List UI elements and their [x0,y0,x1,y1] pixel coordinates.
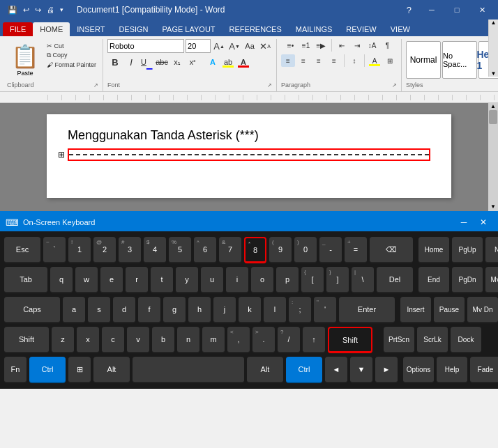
tab-key[interactable]: Tab [4,267,47,293]
key-2[interactable]: @2 [93,237,116,263]
tab-home[interactable]: HOME [33,22,70,36]
home-key[interactable]: Home [418,237,449,263]
pgup-key[interactable]: PgUp [452,237,483,263]
space-key[interactable] [133,357,244,383]
borders-button[interactable]: ⊞ [383,54,397,67]
down-arrow-key[interactable]: ▼ [350,357,372,383]
g-key[interactable]: g [163,297,186,323]
ctrl-right-key[interactable]: Ctrl [286,357,322,383]
format-painter-button[interactable]: 🖌 Format Painter [45,61,98,69]
clipboard-expand-icon[interactable]: ↗ [93,82,98,88]
bracket-close-key[interactable]: }] [326,267,349,293]
mvup-key[interactable]: Mv Up [485,267,498,293]
shift-right-key[interactable]: Shift [328,327,372,353]
win-key[interactable]: ⊞ [68,357,91,383]
cut-button[interactable]: ✂ ✂ CutCut [45,42,98,50]
key-6[interactable]: ^6 [194,237,216,263]
tab-page-layout[interactable]: PAGE LAYOUT [156,22,222,36]
underline-button[interactable]: U ▁ [139,56,153,68]
bracket-open-key[interactable]: {[ [301,267,324,293]
tab-design[interactable]: DESIGN [112,22,155,36]
key-7[interactable]: &7 [219,237,241,263]
prtscn-key[interactable]: PrtScn [384,327,414,353]
text-effects-button[interactable]: A [206,56,220,68]
semicolon-key[interactable]: :; [289,297,311,323]
alt-left-key[interactable]: Alt [93,357,130,383]
undo-icon[interactable]: ↩ [21,4,31,16]
scroll-up-arrow[interactable]: ▲ [488,103,498,109]
comma-key[interactable]: <, [227,327,250,353]
dock-key[interactable]: Dock [451,327,481,353]
period-key[interactable]: >. [252,327,275,353]
tab-references[interactable]: REFERENCES [222,22,289,36]
scroll-thumb[interactable] [489,110,497,124]
align-right-button[interactable]: ≡ [312,54,326,67]
end-key[interactable]: End [418,267,449,293]
tab-insert[interactable]: INSERT [70,22,112,36]
subscript-button[interactable]: x₁ [170,56,184,68]
tab-mailings[interactable]: MAILINGS [289,22,340,36]
quote-key[interactable]: "' [314,297,336,323]
increase-font-button[interactable]: A▲ [212,40,226,52]
decrease-font-button[interactable]: A▼ [227,40,241,52]
highlight-button[interactable]: ab [221,56,235,68]
caps-key[interactable]: Caps [4,297,60,323]
n-key[interactable]: n [177,327,199,353]
ctrl-left-key[interactable]: Ctrl [29,357,66,383]
t-key[interactable]: t [151,267,173,293]
help-icon[interactable]: ? [407,5,412,15]
key-3[interactable]: #3 [119,237,141,263]
p-key[interactable]: p [276,267,299,293]
l-key[interactable]: l [264,297,286,323]
insert-key[interactable]: Insert [400,297,431,323]
line-spacing-button[interactable]: ↕ [347,54,361,67]
key-4[interactable]: $4 [144,237,166,263]
left-arrow-key[interactable]: ◄ [325,357,347,383]
key-equals[interactable]: += [345,237,367,263]
tab-view[interactable]: VIEW [384,22,417,36]
backspace-key[interactable]: ⌫ [370,237,413,263]
fn-key[interactable]: Fn [4,357,27,383]
sort-button[interactable]: ↕A [365,39,379,52]
tab-file[interactable]: FILE [3,22,33,36]
osk-close-button[interactable]: ✕ [474,215,492,230]
h-key[interactable]: h [188,297,211,323]
slash-key[interactable]: ?/ [278,327,300,353]
key-0[interactable]: )0 [294,237,317,263]
change-case-button[interactable]: Aa [243,40,257,52]
key-8[interactable]: *8 [244,237,266,263]
print-preview-icon[interactable]: 🖨 [45,4,56,15]
osk-minimize-button[interactable]: ─ [455,215,473,230]
i-key[interactable]: i [226,267,248,293]
clear-format-button[interactable]: ✕A [258,40,272,52]
superscript-button[interactable]: x² [186,56,199,68]
show-formatting-button[interactable]: ¶ [381,39,395,52]
scroll-down-arrow[interactable]: ▼ [488,203,498,210]
key-minus[interactable]: _- [319,237,342,263]
v-key[interactable]: v [127,327,149,353]
style-normal[interactable]: Normal [406,41,441,79]
backslash-key[interactable]: |\ [352,267,374,293]
k-key[interactable]: k [239,297,261,323]
mvdn-key[interactable]: Mv Dn [467,297,498,323]
font-size-input[interactable] [186,39,211,53]
multilevel-button[interactable]: ≡▶ [315,39,329,52]
r-key[interactable]: r [126,267,148,293]
key-9[interactable]: (9 [269,237,292,263]
b-key[interactable]: b [152,327,174,353]
pgdn-key[interactable]: PgDn [452,267,483,293]
save-icon[interactable]: 💾 [6,4,20,16]
enter-key[interactable]: Enter [339,297,395,323]
y-key[interactable]: y [176,267,198,293]
pause-key[interactable]: Pause [434,297,465,323]
restore-button[interactable]: □ [446,0,467,20]
nav-key[interactable]: Nav [485,237,498,263]
align-center-button[interactable]: ≡ [296,54,310,67]
justify-button[interactable]: ≡ [327,54,341,67]
doc-text-cursor-box[interactable] [68,148,430,161]
z-key[interactable]: z [52,327,74,353]
e-key[interactable]: e [100,267,123,293]
s-key[interactable]: s [88,297,110,323]
f-key[interactable]: f [138,297,160,323]
strikethrough-button[interactable]: abc [155,56,169,68]
